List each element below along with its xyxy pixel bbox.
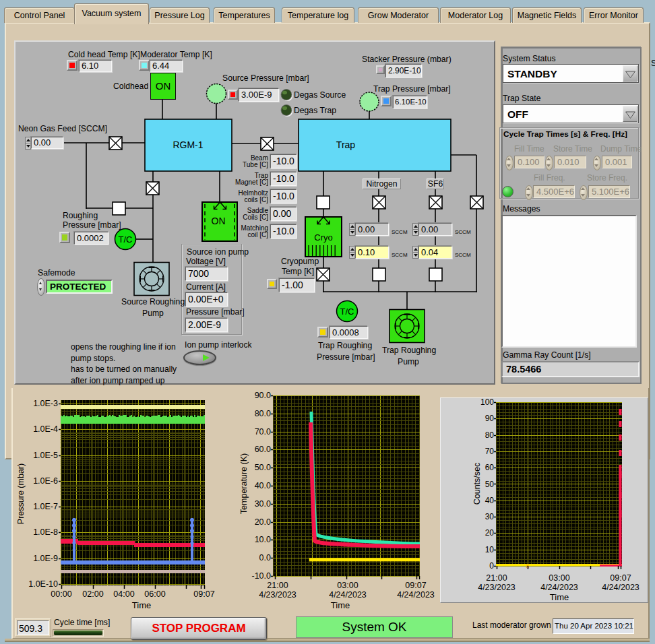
svg-text:4/23/2023: 4/23/2023 — [259, 590, 297, 600]
svg-text:10.0: 10.0 — [255, 535, 271, 544]
svg-text:4/23/2023: 4/23/2023 — [478, 583, 516, 592]
svg-text:1.0E-10: 1.0E-10 — [28, 579, 58, 589]
svg-text:70: 70 — [485, 447, 495, 456]
svg-text:06:00: 06:00 — [144, 589, 165, 599]
svg-text:1.0E-7: 1.0E-7 — [33, 502, 58, 511]
svg-text:0: 0 — [489, 561, 494, 571]
svg-text:4/24/2023: 4/24/2023 — [329, 590, 367, 600]
svg-text:T/C: T/C — [340, 307, 354, 317]
svg-text:4/24/2023: 4/24/2023 — [602, 583, 640, 592]
svg-text:Temperature (K): Temperature (K) — [239, 453, 249, 514]
svg-text:1.0E-8: 1.0E-8 — [33, 527, 58, 537]
svg-text:70.0: 70.0 — [255, 427, 271, 437]
svg-text:1.0E-9: 1.0E-9 — [33, 554, 58, 563]
svg-text:20.0: 20.0 — [255, 517, 271, 527]
svg-text:1.0E-4: 1.0E-4 — [33, 424, 58, 434]
svg-text:30: 30 — [485, 512, 495, 521]
svg-text:90.0: 90.0 — [255, 391, 271, 400]
svg-text:Time: Time — [550, 592, 569, 602]
svg-text:00:00: 00:00 — [51, 589, 71, 599]
svg-text:RGM-1: RGM-1 — [173, 139, 203, 150]
svg-text:21:00: 21:00 — [486, 573, 507, 583]
svg-text:60.0: 60.0 — [255, 445, 271, 454]
svg-text:10: 10 — [485, 545, 495, 554]
svg-text:1.0E-5: 1.0E-5 — [33, 451, 58, 460]
svg-text:Pressure (mbar): Pressure (mbar) — [16, 463, 26, 524]
svg-text:60: 60 — [485, 463, 495, 472]
svg-text:1.0E-6: 1.0E-6 — [33, 476, 58, 486]
svg-text:Trap: Trap — [336, 139, 355, 150]
svg-text:4/24/2023: 4/24/2023 — [540, 583, 578, 592]
svg-text:80: 80 — [485, 430, 495, 440]
svg-text:Time: Time — [132, 600, 151, 610]
svg-text:09:07: 09:07 — [610, 573, 631, 583]
svg-text:50: 50 — [485, 480, 495, 489]
svg-text:Counts/sec: Counts/sec — [472, 463, 482, 505]
svg-text:4/24/2023: 4/24/2023 — [397, 590, 435, 600]
svg-text:30.0: 30.0 — [255, 499, 271, 509]
svg-text:02:00: 02:00 — [82, 589, 103, 599]
svg-text:100: 100 — [480, 397, 494, 407]
svg-text:-10.0: -10.0 — [252, 571, 272, 581]
svg-text:20: 20 — [485, 528, 495, 538]
svg-text:80.0: 80.0 — [255, 409, 271, 418]
svg-text:04:00: 04:00 — [113, 589, 134, 599]
svg-text:Time: Time — [331, 600, 350, 610]
svg-text:0.0: 0.0 — [259, 553, 271, 562]
svg-text:T/C: T/C — [119, 234, 133, 245]
svg-text:03:00: 03:00 — [337, 581, 358, 590]
svg-text:03:00: 03:00 — [549, 573, 569, 583]
svg-text:50.0: 50.0 — [255, 463, 271, 472]
svg-text:09:07: 09:07 — [193, 589, 214, 599]
svg-text:Cryo: Cryo — [314, 232, 332, 243]
svg-text:1.0E-3: 1.0E-3 — [33, 399, 58, 408]
svg-text:40: 40 — [485, 496, 495, 505]
svg-text:90: 90 — [485, 414, 495, 423]
svg-text:09:07: 09:07 — [405, 581, 426, 590]
svg-text:21:00: 21:00 — [267, 581, 288, 590]
svg-text:40.0: 40.0 — [255, 481, 271, 490]
